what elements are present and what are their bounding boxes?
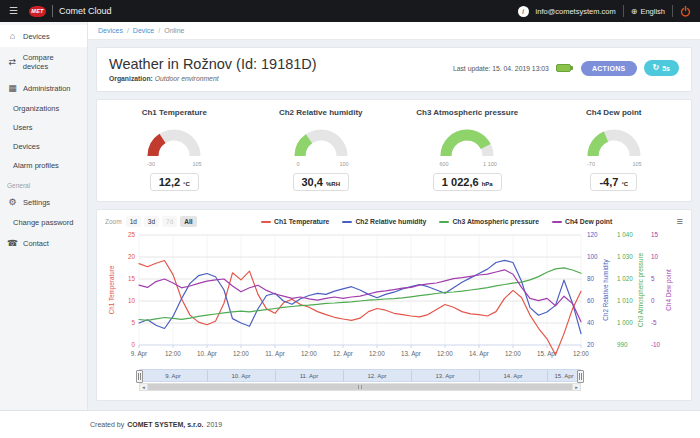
app-title: Comet Cloud — [59, 6, 112, 16]
refresh-icon: ↻ — [653, 64, 660, 72]
zoom-button-3d[interactable]: 3d — [144, 216, 159, 227]
navigator-label: 15. Apr — [554, 373, 573, 379]
gauge-ch4-dew-point: Ch4 Dew point-70105-4,7 °C — [541, 108, 688, 191]
svg-text:12:00: 12:00 — [233, 350, 249, 357]
phone-icon: ☎ — [7, 238, 18, 248]
navigator-handle-left[interactable] — [136, 370, 143, 383]
svg-text:15: 15 — [651, 231, 659, 238]
svg-text:80: 80 — [587, 275, 595, 282]
svg-text:-30: -30 — [147, 161, 155, 167]
breadcrumb-online: Online — [164, 27, 184, 34]
navigator-handle-right[interactable] — [577, 370, 584, 383]
gauge-title: Ch2 Relative humidity — [248, 108, 395, 117]
svg-text:5: 5 — [651, 275, 655, 282]
breadcrumb-devices[interactable]: Devices — [98, 27, 123, 34]
sidebar-item-change-password[interactable]: Change password — [0, 213, 87, 232]
breadcrumb-separator: / — [158, 27, 160, 34]
main-content: Devices/Device/Online Weather in Rožnov … — [88, 22, 700, 410]
sidebar-item-label: Alarm profiles — [13, 161, 59, 170]
chart-legend: Ch1 TemperatureCh2 Relative humidityCh3 … — [197, 218, 677, 225]
legend-item-ch3-atmospheric-pressure[interactable]: Ch3 Atmospheric pressure — [439, 218, 539, 225]
svg-text:1 010: 1 010 — [617, 297, 633, 304]
sidebar-item-devices[interactable]: Devices — [0, 137, 87, 156]
breadcrumb-device[interactable]: Device — [133, 27, 154, 34]
svg-text:11. Apr: 11. Apr — [265, 350, 285, 358]
main-chart-svg[interactable]: 9. Apr12:0010. Apr12:0011. Apr12:0012. A… — [105, 229, 685, 363]
legend-label: Ch1 Temperature — [274, 218, 329, 225]
sidebar-item-contact[interactable]: ☎Contact — [0, 232, 87, 254]
navigator-label: 12. Apr — [367, 373, 386, 379]
gauge-title: Ch3 Atmospheric pressure — [394, 108, 541, 117]
scroll-left-icon[interactable]: ◂ — [139, 383, 148, 391]
logout-power-icon[interactable] — [680, 6, 691, 17]
chart-card: Zoom 1d3d7dAll Ch1 TemperatureCh2 Relati… — [96, 209, 692, 401]
gauge-ch1-temperature: Ch1 Temperature-3010512,2 °C — [101, 108, 248, 191]
series-ch4-dew-point — [139, 270, 581, 322]
legend-dash — [439, 221, 449, 223]
navigator-separator — [411, 370, 412, 381]
breadcrumb-separator: / — [127, 27, 129, 34]
svg-text:12:00: 12:00 — [301, 350, 317, 357]
divider — [672, 5, 673, 17]
refresh-interval-button[interactable]: ↻ 5s — [644, 60, 680, 76]
sidebar-item-organizations[interactable]: Organizations — [0, 99, 87, 118]
sidebar-item-users[interactable]: Users — [0, 118, 87, 137]
app-root: ☰ MET Comet Cloud i info@cometsystem.com… — [0, 0, 700, 438]
sidebar-item-devices[interactable]: ⌂Devices — [0, 25, 87, 47]
actions-button[interactable]: ACTIONS — [581, 61, 637, 76]
sidebar-item-label: Administration — [23, 84, 71, 93]
zoom-button-group: Zoom 1d3d7dAll — [105, 216, 197, 227]
sidebar-item-label: Settings — [23, 198, 50, 207]
navigator-label: 9. Apr — [165, 373, 181, 379]
scrollbar-track[interactable] — [148, 383, 572, 391]
globe-icon: ⊕ — [631, 7, 638, 16]
language-selector[interactable]: ⊕ English — [631, 7, 665, 16]
navigator-label: 14. Apr — [503, 373, 522, 379]
svg-text:1 020: 1 020 — [617, 275, 633, 282]
hamburger-icon[interactable]: ☰ — [9, 6, 18, 16]
sidebar-item-label: Contact — [23, 239, 49, 248]
svg-text:120: 120 — [587, 231, 598, 238]
user-email[interactable]: info@cometsystem.com — [536, 7, 616, 16]
svg-text:12:00: 12:00 — [369, 350, 385, 357]
svg-text:Ch4 Dew point: Ch4 Dew point — [665, 269, 673, 311]
navigator-label: 10. Apr — [231, 373, 250, 379]
footer-prefix: Created by — [90, 421, 124, 428]
zoom-button-all[interactable]: All — [180, 216, 196, 227]
chart-scrollbar: ◂ ▸ — [139, 383, 581, 391]
svg-text:1 030: 1 030 — [617, 253, 633, 260]
zoom-button-1d[interactable]: 1d — [126, 216, 141, 227]
comet-logo[interactable]: MET Comet Cloud — [29, 5, 112, 17]
navigator-separator — [343, 370, 344, 381]
svg-text:12:00: 12:00 — [437, 350, 453, 357]
language-label: English — [640, 7, 665, 16]
breadcrumb: Devices/Device/Online — [88, 22, 700, 40]
sidebar-item-administration[interactable]: ▦Administration — [0, 77, 87, 99]
scrollbar-thumb[interactable] — [148, 384, 572, 390]
navigator-separator — [207, 370, 208, 381]
svg-text:-5: -5 — [651, 319, 657, 326]
footer-company: COMET SYSTEM, s.r.o. — [127, 421, 203, 428]
sidebar-item-label: Devices — [23, 32, 50, 41]
legend-item-ch2-relative-humidity[interactable]: Ch2 Relative humidity — [342, 218, 426, 225]
svg-text:100: 100 — [587, 253, 598, 260]
scroll-right-icon[interactable]: ▸ — [572, 383, 581, 391]
sidebar-item-compare-devices[interactable]: ⇄Compare devices — [0, 47, 87, 77]
svg-text:100: 100 — [339, 161, 348, 167]
user-avatar[interactable]: i — [518, 6, 529, 17]
compare-icon: ⇄ — [7, 57, 18, 67]
svg-text:40: 40 — [587, 319, 595, 326]
last-update-text: Last update: 15. 04. 2019 13:03 — [453, 65, 549, 72]
svg-text:105: 105 — [632, 161, 641, 167]
home-icon: ⌂ — [7, 31, 18, 41]
legend-item-ch4-dew-point[interactable]: Ch4 Dew point — [552, 218, 612, 225]
legend-item-ch1-temperature[interactable]: Ch1 Temperature — [261, 218, 329, 225]
svg-text:60: 60 — [587, 297, 595, 304]
chart-navigator[interactable]: 9. Apr10. Apr11. Apr12. Apr13. Apr14. Ap… — [139, 369, 581, 382]
sidebar-item-settings[interactable]: ⚙Settings — [0, 191, 87, 213]
chart-context-menu-icon[interactable]: ≡ — [677, 216, 683, 227]
divider — [623, 5, 624, 17]
sidebar-item-alarm-profiles[interactable]: Alarm profiles — [0, 156, 87, 175]
svg-text:0: 0 — [131, 341, 135, 348]
gauge-title: Ch1 Temperature — [101, 108, 248, 117]
